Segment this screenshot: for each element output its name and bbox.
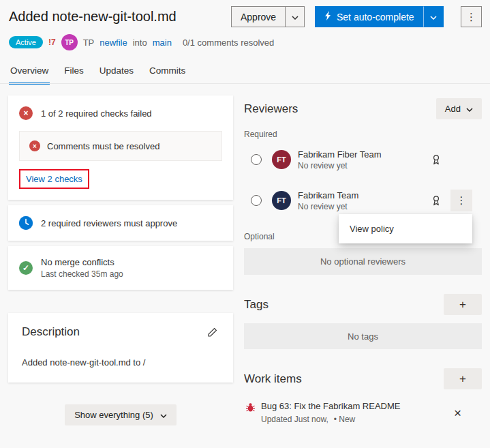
chevron-down-icon: [466, 104, 473, 114]
chevron-down-icon: [430, 12, 437, 22]
comments-check-status: × Comments must be resolved: [19, 131, 222, 161]
into-label: into: [133, 38, 147, 48]
approve-dropdown-button[interactable]: [285, 6, 305, 27]
work-item-updated: Updated Just now,: [261, 415, 328, 424]
target-branch-link[interactable]: main: [153, 38, 172, 48]
merge-status-card: ✓ No merge conflicts Last checked 35m ag…: [8, 246, 233, 290]
auto-complete-bolt-icon: [324, 11, 332, 23]
work-item-row: Bug 63: Fix the Fabrikam README Updated …: [245, 401, 482, 424]
set-auto-complete-label: Set auto-complete: [337, 12, 414, 23]
chevron-down-icon: [292, 12, 298, 22]
reviewer-name: Fabrikam Team: [298, 190, 431, 200]
reviewers-required-label: 2 required reviewers must approve: [41, 218, 177, 228]
author-avatar: TP: [61, 34, 78, 50]
description-title: Description: [22, 325, 80, 339]
kebab-icon: ⋮: [466, 11, 476, 23]
work-items-title: Work items: [244, 372, 302, 386]
auto-complete-dropdown-button[interactable]: [423, 6, 444, 27]
approve-split-button: Approve: [231, 6, 305, 27]
page-title: Added note-new-git-tool.md: [9, 9, 177, 25]
vote-status-circle: [251, 195, 262, 206]
description-card: Description Added note-new-git-tool.md t…: [8, 313, 233, 383]
bug-icon: [245, 402, 256, 413]
waiting-clock-icon: [19, 216, 33, 230]
merge-status-label: No merge conflicts: [41, 257, 123, 267]
view-checks-link[interactable]: View 2 checks: [26, 174, 82, 184]
tags-title: Tags: [244, 298, 269, 312]
comments-resolved-count: 0/1 comments resolved: [183, 38, 274, 48]
policy-badge-icon: [431, 195, 441, 206]
no-tags-box: No tags: [244, 323, 482, 349]
required-group-label: Required: [244, 130, 277, 139]
tab-overview[interactable]: Overview: [9, 63, 50, 85]
success-check-icon: ✓: [19, 261, 33, 275]
pull-request-overview-page: Added note-new-git-tool.md Approve Set a…: [0, 0, 490, 448]
no-optional-reviewers-box: No optional reviewers: [244, 248, 482, 275]
menu-item-view-policy[interactable]: View policy: [339, 214, 472, 243]
tab-updates[interactable]: Updates: [98, 63, 135, 85]
pr-meta-row: Active !7 TP TP newfile into main 0/1 co…: [9, 34, 274, 50]
reviewer-status: No review yet: [298, 202, 431, 211]
source-branch-link[interactable]: newfile: [99, 38, 127, 48]
description-text: Added note-new-git-tool.md to /: [22, 357, 219, 368]
more-actions-button[interactable]: ⋮: [461, 6, 482, 27]
show-everything-label: Show everything (5): [74, 410, 153, 420]
required-checks-card: × 1 of 2 required checks failed × Commen…: [8, 95, 233, 200]
plus-icon: +: [459, 298, 466, 312]
tab-divider: [0, 83, 490, 84]
edit-description-button[interactable]: [206, 325, 219, 341]
tags-header: Tags +: [244, 294, 482, 315]
annotation-highlight-box: View 2 checks: [19, 169, 89, 189]
reviewer-avatar: FT: [272, 150, 291, 169]
required-reviewers-card: 2 required reviewers must approve: [8, 205, 233, 241]
pencil-icon: [207, 329, 218, 340]
details-column: Reviewers Add Required FT Fabrikam Fiber…: [244, 95, 482, 448]
add-reviewer-label: Add: [445, 104, 461, 114]
approve-button[interactable]: Approve: [231, 6, 285, 27]
policy-badge-icon: [431, 154, 441, 165]
add-reviewer-button[interactable]: Add: [436, 98, 482, 119]
failed-checks-summary: 1 of 2 required checks failed: [41, 108, 152, 119]
set-auto-complete-button[interactable]: Set auto-complete: [315, 6, 423, 27]
close-icon: ×: [454, 406, 461, 420]
reviewers-title: Reviewers: [244, 102, 298, 116]
vote-status-circle: [251, 154, 262, 165]
add-work-item-button[interactable]: +: [444, 368, 482, 389]
chevron-down-icon: [160, 410, 167, 420]
failed-check-icon: ×: [29, 140, 40, 151]
add-tag-button[interactable]: +: [444, 294, 482, 315]
failed-check-icon: ×: [19, 106, 33, 120]
author-name: TP: [83, 38, 95, 48]
reviewer-more-actions-button[interactable]: ⋮: [450, 190, 472, 211]
comments-check-label: Comments must be resolved: [47, 141, 159, 151]
optional-group-label: Optional: [244, 232, 275, 241]
work-item-title[interactable]: Bug 63: Fix the Fabrikam README: [261, 401, 482, 411]
reviewer-status: No review yet: [298, 161, 431, 170]
show-everything-button[interactable]: Show everything (5): [65, 404, 177, 425]
auto-complete-split-button: Set auto-complete: [315, 6, 444, 27]
reviewer-name: Fabrikam Fiber Team: [298, 149, 431, 160]
plus-icon: +: [459, 372, 466, 386]
tab-commits[interactable]: Commits: [148, 63, 187, 85]
alert-count: !7: [48, 38, 56, 47]
reviewers-header: Reviewers Add: [244, 98, 482, 119]
reviewer-avatar: FT: [272, 191, 291, 210]
work-item-state: • New: [334, 415, 356, 424]
remove-work-item-button[interactable]: ×: [454, 406, 461, 419]
merge-last-checked: Last checked 35m ago: [41, 269, 123, 279]
status-column: × 1 of 2 required checks failed × Commen…: [8, 95, 233, 425]
reviewer-row: FT Fabrikam Fiber Team No review yet: [244, 146, 482, 173]
pr-tab-bar: Overview Files Updates Commits: [9, 63, 187, 85]
reviewer-row: FT Fabrikam Team No review yet ⋮: [244, 187, 482, 214]
status-badge: Active: [9, 36, 43, 48]
kebab-icon: ⋮: [457, 194, 467, 207]
reviewer-context-menu: View policy: [339, 214, 472, 243]
work-items-header: Work items +: [244, 368, 482, 389]
tab-files[interactable]: Files: [63, 63, 85, 85]
